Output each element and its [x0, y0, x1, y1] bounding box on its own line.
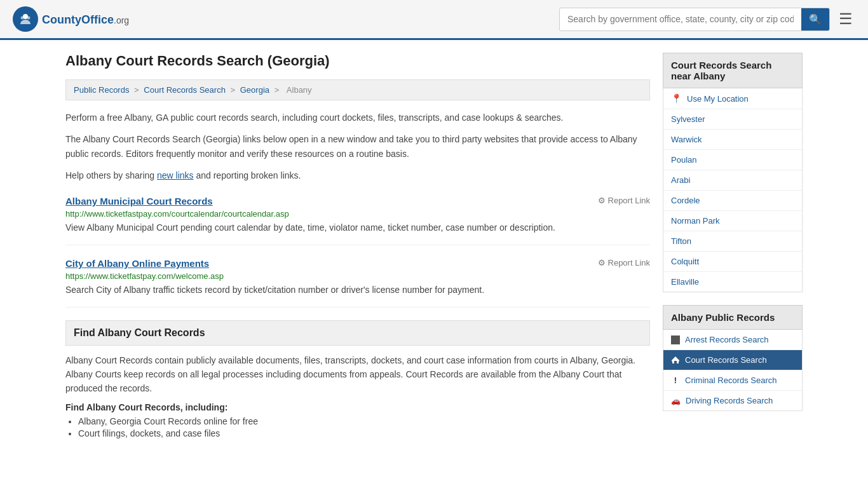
record-title-2[interactable]: City of Albany Online Payments	[65, 258, 209, 269]
sidebar-pr-court[interactable]: Court Records Search	[663, 350, 802, 370]
arrest-icon	[671, 336, 680, 344]
court-icon	[671, 356, 680, 365]
report-link-1[interactable]: ⚙ Report Link	[598, 196, 650, 205]
record-item-2: City of Albany Online Payments ⚙ Report …	[65, 258, 650, 308]
search-bar: 🔍	[559, 8, 830, 31]
menu-icon[interactable]: ☰	[836, 8, 855, 30]
sidebar-nearby-item-location[interactable]: Use My Location	[687, 94, 749, 104]
record-desc-2: Search City of Albany traffic tickets re…	[65, 283, 650, 297]
header-right: 🔍 ☰	[559, 8, 855, 31]
search-button[interactable]: 🔍	[801, 8, 829, 30]
sidebar-nearby-item-1[interactable]: Sylvester	[663, 109, 802, 130]
site-header: CountyOffice.org 🔍 ☰	[0, 0, 868, 40]
sidebar-nearby-item-5[interactable]: Cordele	[663, 191, 802, 211]
breadcrumb-georgia[interactable]: Georgia	[240, 85, 269, 95]
intro-para-2: The Albany Court Records Search (Georgia…	[65, 132, 650, 161]
page-title: Albany Court Records Search (Georgia)	[65, 53, 650, 69]
main-content: Albany Court Records Search (Georgia) Pu…	[65, 53, 650, 440]
sidebar-pr-criminal[interactable]: ! Criminal Records Search	[663, 370, 802, 391]
sidebar-nearby-item-9[interactable]: Ellaville	[663, 272, 802, 292]
intro-para-3: Help others by sharing new links and rep…	[65, 168, 650, 182]
svg-point-2	[27, 17, 31, 20]
sidebar-public-records-title: Albany Public Records	[663, 305, 803, 330]
sidebar-pr-arrest[interactable]: Arrest Records Search	[663, 330, 802, 350]
find-subtitle: Find Albany Court Records, including:	[65, 402, 650, 412]
page-container: Albany Court Records Search (Georgia) Pu…	[53, 40, 815, 453]
sidebar-pr-driving[interactable]: 🚗 Driving Records Search	[663, 391, 802, 410]
breadcrumb-court-records[interactable]: Court Records Search	[144, 85, 226, 95]
record-title-1[interactable]: Albany Municipal Court Records	[65, 196, 213, 207]
bullet-item-1: Albany, Georgia Court Records online for…	[78, 416, 650, 426]
record-url-1[interactable]: http://www.ticketfastpay.com/courtcalend…	[65, 209, 650, 219]
record-url-2[interactable]: https://www.ticketfastpay.com/welcome.as…	[65, 271, 650, 281]
breadcrumb-albany: Albany	[287, 85, 312, 95]
svg-point-1	[21, 17, 24, 20]
sidebar-nearby-section: Court Records Search near Albany 📍 Use M…	[663, 53, 803, 292]
sidebar-public-records-section: Albany Public Records Arrest Records Sea…	[663, 305, 803, 411]
sidebar-nearby-item-3[interactable]: Poulan	[663, 150, 802, 170]
svg-rect-6	[674, 361, 677, 363]
sidebar-nearby-item-6[interactable]: Norman Park	[663, 211, 802, 231]
svg-marker-5	[672, 356, 679, 360]
find-section-heading: Find Albany Court Records	[65, 320, 650, 346]
sidebar-nearby-item-8[interactable]: Colquitt	[663, 252, 802, 272]
sidebar-use-my-location[interactable]: 📍 Use My Location	[663, 88, 802, 109]
sidebar-nearby-item-4[interactable]: Arabi	[663, 170, 802, 191]
new-links-link[interactable]: new links	[157, 170, 194, 180]
breadcrumb: Public Records > Court Records Search > …	[65, 79, 650, 100]
sidebar-nearby-item-7[interactable]: Tifton	[663, 231, 802, 252]
pin-icon: 📍	[671, 93, 682, 104]
logo-text: CountyOffice.org	[42, 12, 129, 27]
report-link-2[interactable]: ⚙ Report Link	[598, 258, 650, 268]
bullet-list: Albany, Georgia Court Records online for…	[65, 416, 650, 438]
sidebar-public-records-list: Arrest Records Search Court Records Sear…	[663, 330, 803, 411]
breadcrumb-public-records[interactable]: Public Records	[74, 85, 129, 95]
sidebar: Court Records Search near Albany 📍 Use M…	[663, 53, 803, 440]
record-desc-1: View Albany Municipal Court pending cour…	[65, 221, 650, 234]
sidebar-nearby-item-2[interactable]: Warwick	[663, 130, 802, 150]
sidebar-nearby-title: Court Records Search near Albany	[663, 53, 803, 88]
logo[interactable]: CountyOffice.org	[13, 6, 129, 32]
criminal-icon: !	[671, 376, 680, 385]
driving-icon: 🚗	[671, 396, 681, 405]
search-input[interactable]	[560, 9, 801, 29]
record-item-1: Albany Municipal Court Records ⚙ Report …	[65, 196, 650, 245]
find-text: Albany Court Records contain publicly av…	[65, 353, 650, 396]
sidebar-nearby-list: 📍 Use My Location Sylvester Warwick Poul…	[663, 88, 803, 292]
intro-para-1: Perform a free Albany, GA public court r…	[65, 111, 650, 125]
logo-icon	[13, 6, 38, 32]
bullet-item-2: Court filings, dockets, and case files	[78, 428, 650, 438]
